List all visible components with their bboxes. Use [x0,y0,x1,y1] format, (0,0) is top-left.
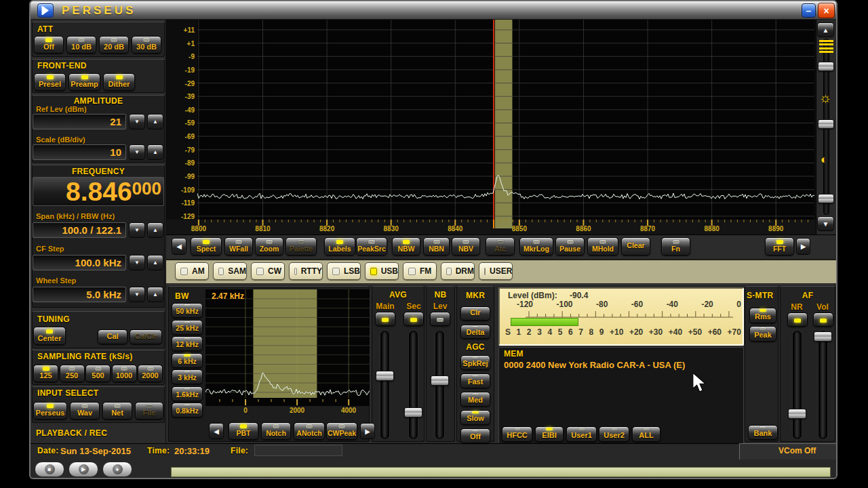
play-button[interactable]: ▶ [68,462,98,477]
agc-button-fast[interactable]: Fast [460,373,490,388]
spinner-up-4[interactable]: ▲ [147,287,163,302]
smtr-button-bank[interactable]: Bank [748,425,778,440]
front-end-button-dither[interactable]: Dither [103,73,135,91]
mode-button-am[interactable]: AM [175,262,209,280]
ref-lev-field[interactable]: 21 [33,114,126,129]
mkr-button-delta[interactable]: Delta [460,325,490,339]
mem-entry[interactable]: 0000 2400 New York Radio CAR-A - USA (E) [504,360,685,370]
tuning-button-calclr[interactable]: CalClr [130,329,162,344]
agc-button-off[interactable]: Off [460,428,490,443]
bw-button-50-khz[interactable]: 50 kHz [172,303,203,318]
toolbar-button-spect[interactable]: Spect [191,237,222,256]
toolbar-button-atc[interactable]: Atc [486,237,515,256]
front-end-button-preamp[interactable]: Preamp [68,73,100,91]
nb-lev-slider-handle[interactable] [431,375,449,386]
bw-toolbar-button-anotch[interactable]: ANotch [294,422,325,440]
mode-button-fm[interactable]: FM [403,262,437,280]
input-button-net[interactable]: Net [102,402,132,420]
avg-sec-button-[interactable] [403,312,424,326]
contrast-slider-handle[interactable] [818,194,834,203]
att-button-off[interactable]: Off [34,36,64,54]
bw-toolbar-button-notch[interactable]: Notch [261,422,291,440]
mem-button-eibi[interactable]: EIBI [535,426,564,442]
att-button-20-db[interactable]: 20 dB [99,36,129,54]
bw-button-0-8khz[interactable]: 0.8kHz [172,403,203,418]
bw-toolbar-button-pbt[interactable]: PBT [229,422,258,440]
bw-button-12-khz[interactable]: 12 kHz [172,336,203,351]
input-button-file[interactable]: File [135,402,163,420]
avg-main-slider-handle[interactable] [376,371,394,381]
toolbar-button-fft[interactable]: FFT [765,237,794,256]
agc-button-slow[interactable]: Slow [460,410,490,425]
spectrum-plot[interactable] [197,20,814,220]
toolbar-button-nbn[interactable]: NBN [423,237,450,256]
toolbar-button-labels[interactable]: Labels [324,237,355,256]
toolbar-button-zoom[interactable]: Zoom [255,237,283,256]
avg-main-button-[interactable] [375,312,395,326]
tuning-button-cal[interactable]: Cal [98,329,127,344]
mem-button-all[interactable]: ALL [632,426,660,442]
af-vol-slider-track[interactable] [818,331,827,439]
sampling-button-250[interactable]: 250 [60,365,85,382]
att-button-30-db[interactable]: 30 dB [132,36,161,54]
spinner-up-1[interactable]: ▲ [147,144,163,160]
spectrum-scroll-down-button[interactable]: ▼ [817,216,834,231]
toolbar-button-mkrlog[interactable]: MkrLog [519,237,553,256]
af-nr-slider-track[interactable] [793,331,802,439]
bw-scroll-left-button[interactable]: ◀ [209,423,224,439]
smtr-button-peak[interactable]: Peak [749,326,776,342]
brightness-slider-handle[interactable] [818,119,834,129]
bw-scroll-right-button[interactable]: ▶ [360,423,375,439]
mode-button-user[interactable]: USER [479,262,513,280]
af-vol-button-[interactable] [813,312,833,327]
mem-button-user2[interactable]: User2 [599,426,629,442]
span-field[interactable]: 100.0 / 122.1 [33,222,126,238]
mode-button-rtty[interactable]: RTTY [289,262,323,280]
stop-button[interactable]: ■ [35,462,64,477]
bw-toolbar-button-cwpeak[interactable]: CWPeak [326,422,357,440]
mode-button-usb[interactable]: USB [365,262,399,280]
close-button[interactable]: × [818,3,835,18]
avg-sec-slider-track[interactable] [409,331,418,439]
avg-main-slider-track[interactable] [380,331,389,439]
sampling-button-500[interactable]: 500 [85,365,111,382]
mode-button-lsb[interactable]: LSB [327,262,361,280]
mkr-button-clr[interactable]: Clr [460,306,490,321]
af-nr-button-[interactable] [787,312,808,327]
spinner-up-3[interactable]: ▲ [147,255,163,270]
minimize-button[interactable]: – [802,3,816,18]
spinner-up-2[interactable]: ▲ [147,222,163,238]
cf-step-field[interactable]: 100.0 kHz [33,255,126,270]
spectrum-scroll-right-button[interactable]: ▶ [796,238,810,255]
record-button[interactable]: ● [102,462,132,477]
tuning-button-center[interactable]: Center [33,327,66,345]
mode-button-drm[interactable]: DRM [441,262,475,280]
nb-lev-button-[interactable] [430,312,450,326]
scale-field[interactable]: 10 [33,144,126,160]
sampling-button-2000[interactable]: 2000 [138,365,163,382]
toolbar-button-wfall[interactable]: WFall [224,237,253,256]
waterfall-palette-icon[interactable] [819,40,833,54]
mem-button-hfcc[interactable]: HFCC [502,426,532,442]
spinner-down-1[interactable]: ▼ [129,144,145,160]
toolbar-button-fn[interactable]: Fn [661,237,690,256]
passband-plot[interactable] [205,289,370,406]
frequency-display[interactable]: 8.846 000 [33,177,164,206]
avg-sec-slider-handle[interactable] [404,407,422,418]
toolbar-button-nbv[interactable]: NBV [452,237,480,256]
bw-button-1-6khz[interactable]: 1.6kHz [172,386,203,401]
file-field[interactable] [254,445,342,456]
sampling-button-125[interactable]: 125 [33,365,58,382]
sampling-button-1000[interactable]: 1000 [112,365,137,382]
bw-button-25-khz[interactable]: 25 kHz [172,320,203,335]
spinner-down-4[interactable]: ▼ [129,287,145,302]
mode-button-sam[interactable]: SAM [213,262,247,280]
input-button-perseus[interactable]: Perseus [33,402,67,420]
toolbar-button-pause[interactable]: Pause [555,237,585,256]
toolbar-button-palette[interactable]: Palette [285,237,317,256]
palette-slider-handle[interactable] [818,62,834,71]
spinner-down-3[interactable]: ▼ [129,255,145,270]
toolbar-button-mhold[interactable]: MHold [587,237,618,256]
input-button-wav[interactable]: Wav [70,402,100,420]
bw-button-6-khz[interactable]: 6 kHz [172,353,203,368]
